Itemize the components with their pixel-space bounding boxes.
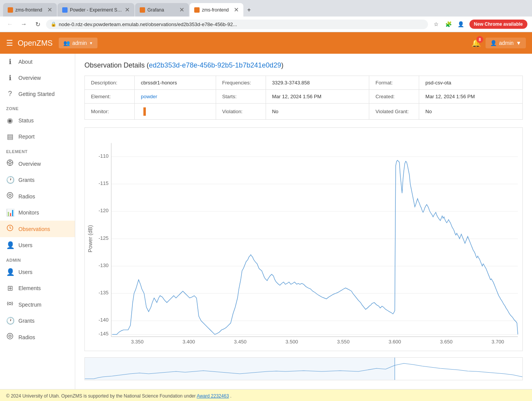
monitor-value: ▐ [135, 104, 216, 120]
elements-icon: ⊞ [6, 284, 14, 292]
description-label: Description: [85, 76, 135, 90]
svg-text:-115: -115 [99, 180, 109, 186]
svg-text:-120: -120 [99, 208, 109, 213]
sidebar-item-status[interactable]: ◉ Status [0, 112, 75, 129]
sidebar-section-element: Element [0, 145, 75, 155]
sidebar-label-radios: Radios [18, 193, 35, 200]
sidebar-label-users: Users [18, 242, 33, 248]
notification-badge: 8 [476, 36, 483, 43]
tab-close-zms1[interactable]: ✕ [47, 6, 52, 13]
svg-point-1 [9, 194, 11, 196]
sidebar-item-radios[interactable]: Radios [0, 188, 75, 205]
top-nav: ☰ OpenZMS 👥 admin ▼ 🔔 8 👤 admin ▼ [0, 32, 532, 54]
sidebar-item-admin-grants[interactable]: 🕐 Grants [0, 313, 75, 329]
profile-icon[interactable]: 👤 [456, 19, 466, 30]
toolbar-icons: ☆ 🧩 👤 [431, 19, 466, 30]
tab-label-zms1: zms-frontend [15, 7, 45, 13]
svg-text:3,700: 3,700 [492, 339, 504, 343]
back-button[interactable]: ← [5, 19, 15, 30]
sidebar-item-element-overview[interactable]: Overview [0, 155, 75, 172]
sidebar-label-element-overview: Overview [18, 161, 41, 167]
content-area: Observation Details (ed2b353d-e78e-456b-… [75, 54, 532, 389]
table-row-element: Element: powder Starts: Mar 12, 2024 1:5… [85, 90, 523, 104]
sidebar-item-observations[interactable]: Observations [0, 221, 75, 237]
tab-powder[interactable]: Powder - Experiment Status ✕ [58, 3, 134, 17]
sidebar-item-admin-users[interactable]: 👤 Users [0, 264, 75, 280]
notification-button[interactable]: 🔔 8 [471, 38, 481, 48]
footer-award-link[interactable]: Award 2232463 [197, 393, 229, 399]
sidebar-label-grants: Grants [18, 177, 35, 183]
svg-point-4 [9, 335, 11, 337]
starts-value: Mar 12, 2024 1:56 PM [266, 90, 369, 104]
radios-icon [6, 192, 14, 201]
tab-zms2[interactable]: zms-frontend ✕ [190, 3, 243, 17]
spectrum-icon [6, 300, 14, 309]
sidebar-item-overview-top[interactable]: ℹ Overview [0, 70, 75, 86]
bookmark-icon[interactable]: ☆ [431, 19, 442, 30]
svg-text:-140: -140 [99, 317, 109, 323]
tab-favicon-zms1 [8, 7, 13, 13]
top-nav-right: 🔔 8 👤 admin ▼ [471, 38, 526, 48]
sidebar-item-radios-admin[interactable]: Radios [0, 329, 75, 345]
svg-text:3,650: 3,650 [440, 339, 453, 343]
sidebar-item-monitors[interactable]: 📊 Monitors [0, 205, 75, 221]
sidebar-item-about[interactable]: ℹ About [0, 54, 75, 70]
tab-favicon-powder [62, 7, 68, 13]
tab-close-powder[interactable]: ✕ [125, 6, 130, 13]
svg-text:3,500: 3,500 [286, 339, 298, 343]
tab-close-grafana[interactable]: ✕ [179, 6, 184, 13]
element-label: Element: [85, 90, 135, 104]
footer: © 2024 University of Utah. OpenZMS is su… [0, 389, 532, 401]
radios-admin-icon [6, 333, 14, 342]
svg-text:-125: -125 [99, 235, 109, 241]
grants-icon: 🕐 [6, 176, 14, 184]
format-value: psd-csv-ota [419, 76, 523, 90]
users-icon: 👤 [6, 241, 14, 249]
url-bar[interactable]: 🔒 node-0.rdz-dev.powderteam.emulab.net/o… [46, 20, 428, 29]
sidebar-item-getting-started[interactable]: ? Getting Started [0, 86, 75, 102]
table-row-monitor: Monitor: ▐ Violation: No Violated Grant:… [85, 104, 523, 120]
extensions-icon[interactable]: 🧩 [443, 19, 454, 30]
sidebar-label-elements: Elements [18, 285, 41, 291]
reload-button[interactable]: ↻ [32, 19, 43, 30]
observation-uuid-link[interactable]: ed2b353d-e78e-456b-92b5-1b7b241e0d29 [149, 61, 281, 69]
tab-label-grafana: Grafana [147, 7, 177, 13]
observations-icon [6, 224, 14, 233]
sidebar-label-admin-users: Users [18, 269, 33, 275]
sidebar-label-spectrum: Spectrum [18, 302, 41, 308]
element-overview-icon [6, 159, 14, 168]
new-tab-button[interactable]: + [244, 3, 254, 17]
sidebar-item-grants[interactable]: 🕐 Grants [0, 172, 75, 188]
report-icon: ▤ [6, 132, 14, 141]
spectrum-chart: Power (dB) -110 -115 -120 -125 -130 -135… [84, 127, 523, 351]
sidebar-section-zone: Zone [0, 102, 75, 112]
user-menu-button[interactable]: 👤 admin ▼ [486, 38, 526, 48]
svg-text:3,450: 3,450 [234, 339, 247, 343]
element-link[interactable]: powder [141, 94, 157, 99]
sidebar-item-users[interactable]: 👤 Users [0, 237, 75, 253]
tab-bar: zms-frontend ✕ Powder - Experiment Statu… [0, 0, 532, 17]
tab-favicon-grafana [140, 7, 145, 13]
sidebar-item-spectrum[interactable]: Spectrum [0, 296, 75, 313]
app: ☰ OpenZMS 👥 admin ▼ 🔔 8 👤 admin ▼ ℹ Abou [0, 32, 532, 401]
help-icon: ? [6, 90, 14, 98]
admin-dropdown[interactable]: 👥 admin ▼ [59, 38, 97, 48]
element-value: powder [135, 90, 216, 104]
sidebar-item-report[interactable]: ▤ Report [0, 129, 75, 145]
observation-details-table: Description: cbrssdr1-honors Frequencies… [84, 76, 523, 120]
svg-text:-145: -145 [99, 331, 109, 337]
observation-title: Observation Details (ed2b353d-e78e-456b-… [84, 61, 523, 69]
tab-close-zms2[interactable]: ✕ [234, 6, 239, 13]
tab-grafana[interactable]: Grafana ✕ [135, 3, 189, 17]
hamburger-menu[interactable]: ☰ [6, 38, 13, 48]
sidebar-item-elements[interactable]: ⊞ Elements [0, 280, 75, 296]
svg-text:3,550: 3,550 [337, 339, 350, 343]
svg-text:3,350: 3,350 [131, 339, 144, 343]
new-chrome-button[interactable]: New Chrome available [469, 20, 527, 29]
forward-button[interactable]: → [18, 19, 29, 30]
admin-label: admin [72, 40, 87, 46]
lock-icon: 🔒 [51, 21, 56, 27]
starts-label: Starts: [216, 90, 266, 104]
dropdown-arrow-icon: ▼ [89, 41, 93, 45]
tab-zms1[interactable]: zms-frontend ✕ [3, 3, 57, 17]
